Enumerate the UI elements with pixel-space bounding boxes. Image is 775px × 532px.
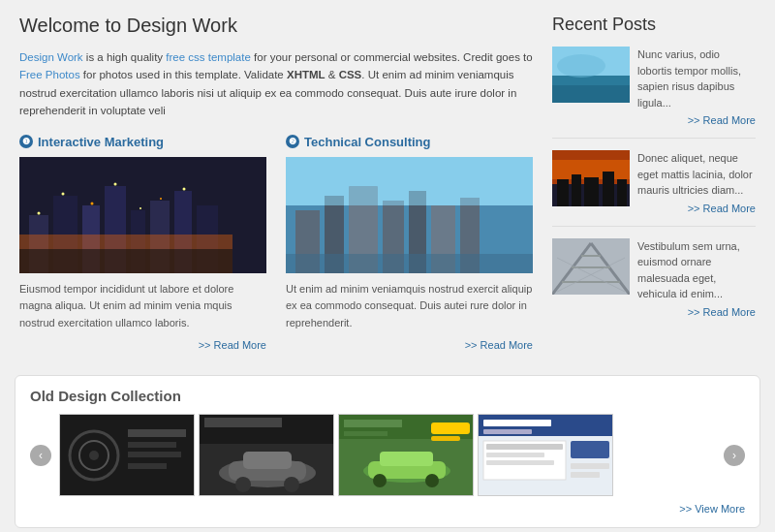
svg-rect-87 (486, 460, 554, 465)
recent-post-1: Nunc varius, odio lobortis tempor mollis… (552, 47, 756, 139)
recent-post-2-content: Donec aliquet, neque eget mattis lacinia… (637, 150, 756, 214)
main-content: Welcome to Design Work Design Work is a … (0, 0, 775, 365)
svg-point-65 (284, 477, 299, 492)
carousel-next-button[interactable]: › (724, 445, 745, 466)
old-design-section: Old Design Collection ‹ (15, 375, 760, 528)
carousel-items (59, 414, 716, 496)
free-css-link[interactable]: free css template (166, 51, 251, 63)
svg-rect-72 (380, 452, 433, 466)
view-more-link[interactable]: >> View More (679, 503, 745, 515)
svg-rect-63 (243, 452, 292, 469)
article-1-readmore[interactable]: >> Read More (19, 339, 266, 351)
svg-rect-86 (486, 453, 544, 457)
recent-post-3-content: Vestibulum sem urna, euismod ornare male… (637, 238, 756, 318)
svg-rect-80 (483, 429, 532, 434)
svg-rect-82 (571, 441, 609, 458)
article-1-image (19, 157, 266, 273)
right-column: Recent Posts Nunc varius, odio lobortis … (552, 15, 756, 351)
recent-post-2: Donec aliquet, neque eget mattis lacinia… (552, 150, 756, 227)
article-2: ❷ Technical Consulting (286, 135, 533, 352)
carousel-item-3-svg (339, 415, 474, 496)
svg-rect-83 (571, 463, 609, 469)
carousel-view-more: >> View More (30, 502, 745, 516)
svg-point-64 (235, 477, 251, 492)
recent-post-3-readmore[interactable]: >> Read More (637, 306, 756, 318)
svg-rect-54 (128, 429, 186, 437)
recent-post-1-content: Nunc varius, odio lobortis tempor mollis… (637, 47, 756, 126)
article-1-icon: ❶ (19, 135, 33, 148)
carousel-item-3[interactable] (338, 414, 474, 496)
svg-point-32 (557, 54, 605, 78)
carousel-item-1-svg (60, 415, 195, 496)
recent-post-2-image (552, 150, 630, 206)
recent-post-2-text: Donec aliquet, neque eget mattis lacinia… (637, 150, 756, 199)
svg-rect-75 (431, 422, 470, 434)
svg-rect-84 (571, 472, 600, 478)
svg-rect-41 (617, 179, 627, 206)
svg-point-74 (425, 474, 439, 487)
svg-point-14 (140, 207, 141, 209)
svg-point-13 (114, 182, 117, 185)
article-2-readmore[interactable]: >> Read More (286, 339, 533, 351)
article-2-icon: ❷ (286, 135, 299, 148)
recent-post-2-readmore[interactable]: >> Read More (637, 203, 756, 214)
article-1-title: ❶ Interactive Marketing (19, 135, 266, 149)
svg-rect-76 (431, 436, 460, 441)
recent-post-3-text: Vestibulum sem urna, euismod ornare male… (637, 238, 756, 302)
svg-rect-36 (552, 160, 630, 179)
svg-point-11 (62, 192, 65, 195)
page-wrapper: Welcome to Design Work Design Work is a … (0, 0, 775, 532)
carousel-wrapper: ‹ (30, 414, 745, 496)
svg-rect-60 (204, 418, 282, 427)
svg-rect-55 (128, 442, 176, 448)
recent-posts-title: Recent Posts (552, 15, 756, 35)
svg-rect-39 (584, 177, 599, 206)
recent-post-1-readmore[interactable]: >> Read More (637, 114, 756, 126)
carousel-item-2-svg (200, 415, 334, 496)
svg-rect-57 (128, 463, 167, 469)
svg-rect-69 (344, 431, 388, 436)
carousel-item-4[interactable] (478, 414, 613, 496)
svg-rect-27 (286, 157, 533, 205)
recent-post-3-image (552, 238, 630, 295)
svg-rect-33 (552, 85, 630, 103)
svg-rect-38 (572, 174, 581, 206)
svg-rect-17 (19, 249, 232, 273)
svg-rect-40 (603, 172, 614, 206)
carousel-item-2[interactable] (199, 414, 334, 496)
intro-text: Design Work is a high quality free css t… (19, 48, 533, 120)
svg-rect-79 (483, 420, 551, 426)
svg-point-73 (373, 474, 387, 487)
article-2-image (286, 157, 533, 273)
article-1-svg (19, 157, 266, 273)
recent-post-3: Vestibulum sem urna, euismod ornare male… (552, 238, 756, 329)
free-photos-link[interactable]: Free Photos (19, 69, 80, 80)
old-design-title: Old Design Collection (30, 388, 745, 404)
svg-rect-85 (486, 444, 563, 450)
left-column: Welcome to Design Work Design Work is a … (19, 15, 533, 351)
svg-point-12 (91, 202, 94, 204)
svg-rect-28 (286, 254, 533, 273)
svg-rect-37 (557, 179, 569, 206)
article-1: ❶ Interactive Marketing (19, 135, 266, 352)
article-2-svg (286, 157, 533, 273)
article-2-title: ❷ Technical Consulting (286, 135, 533, 149)
post-3-svg (552, 238, 630, 295)
articles-grid: ❶ Interactive Marketing (19, 135, 533, 352)
svg-rect-56 (128, 452, 181, 457)
carousel-prev-button[interactable]: ‹ (30, 445, 51, 466)
recent-post-1-text: Nunc varius, odio lobortis tempor mollis… (637, 47, 756, 110)
svg-point-15 (160, 198, 162, 200)
svg-point-10 (38, 211, 41, 214)
svg-point-53 (89, 451, 99, 460)
article-1-text: Eiusmod tempor incididunt ut labore et d… (19, 281, 266, 332)
recent-post-1-image (552, 47, 630, 103)
carousel-item-1[interactable] (59, 414, 195, 496)
article-2-text: Ut enim ad minim veniamquis nostrud exer… (286, 281, 533, 332)
svg-point-16 (183, 187, 186, 190)
post-1-svg (552, 47, 630, 103)
page-title: Welcome to Design Work (19, 15, 533, 37)
post-2-svg (552, 150, 630, 206)
svg-rect-68 (344, 420, 402, 427)
design-work-link[interactable]: Design Work (19, 51, 83, 63)
